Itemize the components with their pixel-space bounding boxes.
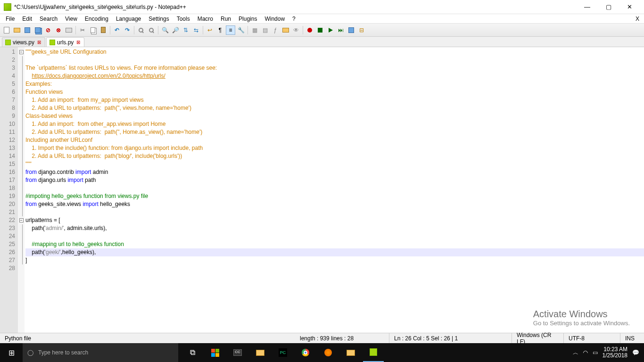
cut-button[interactable]: ✂: [78, 25, 87, 35]
menu-?[interactable]: ?: [289, 15, 299, 23]
save-all-button[interactable]: [33, 25, 42, 35]
sync-h-button[interactable]: ⇆: [191, 25, 201, 35]
open-file-button[interactable]: [12, 25, 22, 35]
print-button[interactable]: [64, 25, 74, 35]
pycharm-icon[interactable]: PC: [272, 343, 293, 362]
folder-button[interactable]: [281, 25, 290, 35]
func-list-button[interactable]: ƒ: [271, 25, 280, 35]
menubar-close-icon[interactable]: X: [636, 16, 639, 22]
save-button[interactable]: [23, 25, 32, 35]
status-eol: Windows (CR LF): [512, 333, 564, 343]
doc-map-button[interactable]: ▦: [250, 25, 259, 35]
monitor-button[interactable]: 👁: [291, 25, 301, 35]
code-area[interactable]: """geeks_site URL ConfigurationThe `urlp…: [25, 47, 644, 335]
save-macro-button[interactable]: [347, 25, 356, 35]
compare-icon[interactable]: ⊟: [357, 25, 366, 35]
tab-close-icon[interactable]: ⊠: [36, 40, 42, 45]
statusbar: Python file length : 939 lines : 28 Ln :…: [0, 333, 644, 343]
zoom-in-button[interactable]: 🔍: [160, 25, 170, 35]
menu-window[interactable]: Window: [261, 15, 289, 23]
menubar: FileEditSearchViewEncodingLanguageSettin…: [0, 14, 644, 24]
task-app-1[interactable]: [205, 343, 225, 362]
folder-icon[interactable]: [340, 343, 361, 362]
tab-urls-py[interactable]: urls.py⊠: [46, 37, 84, 47]
battery-icon[interactable]: ▭: [593, 349, 598, 356]
undo-button[interactable]: ↶: [112, 25, 122, 35]
menu-tools[interactable]: Tools: [173, 15, 194, 23]
word-wrap-button[interactable]: ↩: [205, 25, 215, 35]
show-all-chars-button[interactable]: ¶: [215, 25, 225, 35]
close-file-button[interactable]: ⊘: [43, 25, 53, 35]
watermark-sub: Go to Settings to activate Windows.: [533, 320, 630, 327]
window-controls: — ▢ ✕: [577, 0, 640, 14]
menu-settings[interactable]: Settings: [145, 15, 173, 23]
status-position: Ln : 26 Col : 5 Sel : 26 | 1: [389, 333, 512, 343]
file-icon: [5, 40, 11, 45]
menu-file[interactable]: File: [2, 15, 18, 23]
taskbar-search[interactable]: ◯ Type here to search: [23, 343, 178, 362]
play-multiple-button[interactable]: ⏭: [336, 25, 346, 35]
replace-button[interactable]: [147, 25, 156, 35]
task-view-icon[interactable]: ⧉: [182, 343, 203, 362]
taskbar: ⊞ ◯ Type here to search ⧉ CC PC ︿ ◜◝ ▭ 1…: [0, 343, 644, 362]
window-title: *C:\Users\Ujjwal\env_site\geeks_site\gee…: [14, 4, 577, 10]
tab-views-py[interactable]: views.py⊠: [2, 37, 45, 47]
indent-guide-button[interactable]: ≡: [226, 25, 235, 35]
close-all-button[interactable]: ⊗: [54, 25, 63, 35]
tray-chevron-icon[interactable]: ︿: [573, 349, 578, 357]
redo-button[interactable]: ↷: [123, 25, 132, 35]
editor[interactable]: 1234567891011121314151617181920212223242…: [0, 47, 644, 335]
search-placeholder: Type here to search: [38, 349, 88, 356]
menu-run[interactable]: Run: [217, 15, 235, 23]
tray-date: 1/25/2018: [603, 353, 627, 359]
status-insert-mode: INS: [620, 333, 644, 343]
menu-language[interactable]: Language: [112, 15, 145, 23]
user-lang-button[interactable]: 🔧: [236, 25, 246, 35]
minimize-button[interactable]: —: [577, 0, 598, 14]
menu-view[interactable]: View: [61, 15, 81, 23]
fold-column: −−: [18, 47, 25, 335]
notepadpp-icon[interactable]: [363, 343, 384, 362]
status-filetype: Python file: [0, 335, 295, 342]
status-length: length : 939 lines : 28: [295, 333, 389, 343]
menu-edit[interactable]: Edit: [18, 15, 36, 23]
stop-macro-button[interactable]: [315, 25, 325, 35]
tray-clock[interactable]: 10:23 AM 1/25/2018: [603, 346, 627, 359]
menu-plugins[interactable]: Plugins: [235, 15, 261, 23]
taskbar-apps: ⧉ CC PC: [182, 343, 384, 362]
find-button[interactable]: [136, 25, 146, 35]
record-macro-button[interactable]: [305, 25, 314, 35]
toolbar: ⊘ ⊗ ✂ ↶ ↷ 🔍 🔎 ⇅ ⇆ ↩ ¶ ≡ 🔧 ▦ ▤ ƒ 👁 ⏭ ⊟: [0, 24, 644, 37]
activate-windows-watermark: Activate Windows Go to Settings to activ…: [533, 309, 630, 327]
tabbar: views.py⊠urls.py⊠: [0, 37, 644, 47]
zoom-out-button[interactable]: 🔎: [171, 25, 180, 35]
doc-list-button[interactable]: ▤: [260, 25, 270, 35]
wifi-icon[interactable]: ◜◝: [583, 349, 588, 356]
line-number-gutter: 1234567891011121314151617181920212223242…: [0, 47, 18, 335]
sync-v-button[interactable]: ⇅: [181, 25, 190, 35]
maximize-button[interactable]: ▢: [598, 0, 619, 14]
tab-close-icon[interactable]: ⊠: [75, 40, 81, 45]
close-button[interactable]: ✕: [619, 0, 640, 14]
menu-macro[interactable]: Macro: [194, 15, 217, 23]
firefox-icon[interactable]: [318, 343, 339, 362]
start-button[interactable]: ⊞: [0, 343, 23, 362]
app-icon: [4, 3, 11, 11]
task-app-2[interactable]: CC: [227, 343, 248, 362]
menu-encoding[interactable]: Encoding: [81, 15, 112, 23]
play-macro-button[interactable]: [326, 25, 335, 35]
cortana-icon: ◯: [27, 349, 33, 356]
file-icon: [50, 40, 55, 45]
system-tray: ︿ ◜◝ ▭ 10:23 AM 1/25/2018 💬: [568, 343, 644, 362]
titlebar: *C:\Users\Ujjwal\env_site\geeks_site\gee…: [0, 0, 644, 14]
notifications-icon[interactable]: 💬: [632, 349, 639, 356]
tab-label: urls.py: [57, 39, 74, 46]
chrome-icon[interactable]: [295, 343, 316, 362]
copy-button[interactable]: [88, 25, 98, 35]
new-file-button[interactable]: [2, 25, 11, 35]
paste-button[interactable]: [99, 25, 108, 35]
status-encoding: UTF-8: [564, 333, 620, 343]
menu-search[interactable]: Search: [36, 15, 61, 23]
file-explorer-icon[interactable]: [250, 343, 271, 362]
tab-label: views.py: [13, 39, 34, 46]
